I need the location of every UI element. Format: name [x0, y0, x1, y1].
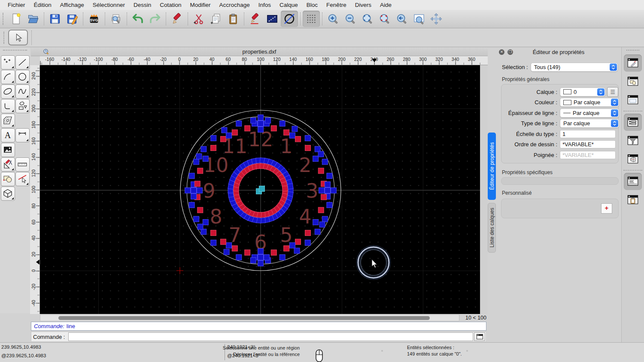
menu-dessin[interactable]: Dessin [129, 2, 155, 8]
zoom-in-button[interactable] [325, 11, 342, 27]
menu-accrochage[interactable]: Accrochage [215, 2, 254, 8]
zoom-auto-button[interactable] [359, 11, 376, 27]
redo-button[interactable] [146, 11, 164, 27]
dimension-tool-button[interactable] [15, 128, 30, 142]
menu-divers[interactable]: Divers [351, 2, 376, 8]
menu-fichier[interactable]: Fichier [3, 2, 30, 8]
cut-button[interactable] [190, 11, 207, 27]
property-row: Couleur :Par calque [502, 97, 616, 108]
palette-drag-handle[interactable] [3, 50, 27, 53]
zoom-selected-button[interactable] [376, 11, 393, 27]
save-button[interactable] [46, 11, 64, 27]
layer-menu-button[interactable]: ☰ [607, 87, 618, 97]
document-titlebar: properties.dxf [31, 47, 488, 56]
erase-button[interactable] [168, 11, 185, 27]
polygon-tool-button[interactable] [15, 99, 30, 113]
drawing-canvas[interactable]: 121234567891011 [40, 65, 480, 314]
image-tool-button[interactable] [1, 143, 15, 157]
text-tool-button[interactable]: A [1, 128, 15, 142]
property-editor-panel: ✕ ❐ Éditeur de propriétés Sélection : To… [496, 47, 621, 342]
polyline-tool-button[interactable] [1, 99, 15, 113]
ellipse-tool-button[interactable] [1, 84, 15, 99]
clock-drawing: 121234567891011 [40, 65, 480, 314]
save-as-button[interactable] [64, 11, 81, 27]
menu-fenetre[interactable]: Fenêtre [322, 2, 351, 8]
toolbar-drag-handle[interactable] [3, 13, 6, 25]
property-input[interactable]: *VARIABLE* [560, 140, 616, 148]
undo-button[interactable] [129, 11, 146, 27]
svg-text:A: A [5, 130, 11, 140]
property-row: Poignée :*VARIABLE* [502, 150, 616, 160]
property-label: Type de ligne : [502, 120, 557, 127]
command-window-toggle-button[interactable] [474, 332, 485, 341]
command-row: Commande : [31, 332, 486, 342]
zoom-previous-button[interactable] [393, 11, 410, 27]
cube-tool-button[interactable] [1, 187, 15, 201]
dock-blocks-toggle-button[interactable] [624, 54, 642, 72]
property-dropdown[interactable]: 0 [560, 87, 605, 97]
dock-drag-handle[interactable] [626, 50, 639, 53]
menu-affichage[interactable]: Affichage [56, 2, 88, 8]
grid-toggle-button[interactable] [303, 11, 320, 27]
menu-aide[interactable]: Aide [376, 2, 396, 8]
dock-properties-toggle-button[interactable] [624, 114, 642, 131]
property-dropdown[interactable]: Par calque [560, 119, 619, 128]
scrollbar-thumb[interactable] [58, 316, 430, 320]
circle-tool-button[interactable] [15, 70, 30, 84]
menu-selectionner[interactable]: Sélectionner [88, 2, 129, 8]
vertical-scrollbar[interactable] [480, 65, 488, 314]
measure-tool-button[interactable] [15, 157, 30, 172]
shapes-tool-button[interactable] [1, 172, 15, 186]
dock-filter-toggle-button[interactable] [624, 132, 642, 149]
dock-clipboard-toggle-button[interactable] [624, 191, 642, 208]
open-file-button[interactable] [24, 11, 42, 27]
side-tab-property-editor[interactable]: Éditeur de propriétés [488, 133, 496, 200]
add-custom-property-button[interactable]: + [601, 203, 612, 214]
horizontal-scrollbar[interactable] [40, 314, 459, 321]
circle-line-button[interactable] [281, 11, 298, 27]
spline-tool-button[interactable] [15, 84, 30, 99]
menu-bloc[interactable]: Bloc [302, 2, 322, 8]
property-input[interactable]: 1 [560, 130, 616, 138]
export-svg-button[interactable]: SVG [85, 11, 103, 27]
hatch-tool-button[interactable] [1, 114, 15, 128]
dock-shapes-toggle-button[interactable] [624, 73, 642, 90]
v-ruler-label: 0 [31, 269, 36, 272]
draw-pencil-button[interactable] [246, 11, 264, 27]
select-entity-tool-button[interactable] [15, 172, 30, 186]
menu-infos[interactable]: Infos [254, 2, 275, 8]
select-arrow-button[interactable] [8, 30, 28, 45]
paste-button[interactable] [225, 11, 242, 27]
side-tab-layer-list[interactable]: Liste des calques [488, 203, 496, 253]
selection-dropdown[interactable]: Tous (149) [531, 63, 618, 72]
property-dropdown[interactable]: Par calque [560, 109, 619, 118]
selection-box-button[interactable] [264, 11, 281, 27]
chevron-updown-icon [611, 109, 618, 117]
dock-preview-toggle-button[interactable] [624, 91, 642, 109]
selection-status-detail: 149 entités sur calque "0". [407, 351, 462, 356]
zoom-out-button[interactable] [342, 11, 359, 27]
tool-options-toolbar [0, 28, 644, 47]
modify-tool-button[interactable] [1, 157, 15, 172]
section-specific-label: Propriétés spécifiques [502, 169, 621, 175]
new-document-button[interactable] [7, 11, 24, 27]
menu-modifier[interactable]: Modifier [185, 2, 215, 8]
command-input[interactable] [68, 332, 473, 341]
points-tool-button[interactable] [1, 55, 15, 69]
print-preview-button[interactable] [107, 11, 125, 27]
zoom-window-button[interactable] [410, 11, 428, 27]
cursor-position-marker-x [372, 59, 377, 65]
options-drag-handle[interactable] [3, 32, 6, 44]
menu-calque[interactable]: Calque [275, 2, 302, 8]
line-tool-button[interactable] [15, 55, 30, 69]
copy-button[interactable] [207, 11, 225, 27]
arc-tool-button[interactable] [1, 70, 15, 84]
menu-cotation[interactable]: Cotation [155, 2, 185, 8]
property-dropdown[interactable]: Par calque [560, 98, 619, 107]
property-label: Échelle du type : [502, 131, 557, 137]
menu-edition[interactable]: Édition [30, 2, 56, 8]
zoom-pan-button[interactable] [428, 11, 445, 27]
dock-library-toggle-button[interactable] [624, 151, 642, 168]
dock-command-toggle-button[interactable] [624, 173, 642, 190]
chevron-updown-icon [597, 88, 605, 96]
